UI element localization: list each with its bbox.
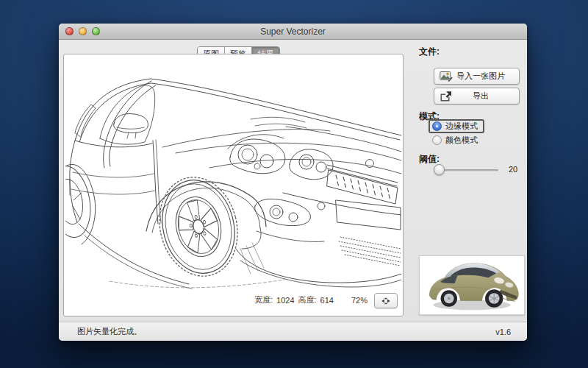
slider-knob[interactable] [434,164,445,175]
height-label: 高度: [298,294,317,305]
status-message: 图片矢量化完成。 [77,326,142,337]
fit-to-window-button[interactable] [374,293,398,308]
import-image-icon [440,71,453,82]
export-label: 导出 [453,91,519,102]
status-bar: 图片矢量化完成。 v1.6 [59,322,527,341]
threshold-value: 20 [509,165,517,174]
color-mode-label: 颜色模式 [445,135,478,146]
traffic-lights [65,27,100,35]
fit-to-window-icon [381,297,391,305]
image-info: 宽度: 1024 高度: 614 72% [254,294,368,305]
zoom-percent: 72% [351,296,368,305]
height-value: 614 [320,296,334,305]
import-image-label: 导入一张图片 [453,71,519,82]
width-label: 宽度: [254,294,273,305]
vectorized-car-artwork [65,56,401,291]
export-icon [440,91,453,102]
zoom-button[interactable] [92,27,100,35]
export-button[interactable]: 导出 [434,88,520,105]
original-car-photo [420,256,524,314]
original-image-thumbnail [419,255,525,315]
threshold-slider[interactable]: 20 [434,164,544,176]
radio-color-mode[interactable] [432,135,442,145]
minimize-button[interactable] [79,27,87,35]
result-canvas: 宽度: 1024 高度: 614 72% [63,54,404,316]
app-window: Super Vectorizer 原图 预览 结果 [59,24,527,341]
version-label: v1.6 [495,328,511,336]
mode-option-color[interactable]: 颜色模式 [432,135,478,146]
title-bar[interactable]: Super Vectorizer [59,24,527,40]
mode-option-edge[interactable]: 边缘模式 [429,119,484,133]
width-value: 1024 [276,296,294,305]
file-section-label: 文件: [419,46,440,58]
radio-edge-mode[interactable] [432,121,442,131]
edge-mode-label: 边缘模式 [445,121,478,132]
import-image-button[interactable]: 导入一张图片 [434,68,520,85]
window-title: Super Vectorizer [260,26,326,37]
close-button[interactable] [65,27,74,35]
